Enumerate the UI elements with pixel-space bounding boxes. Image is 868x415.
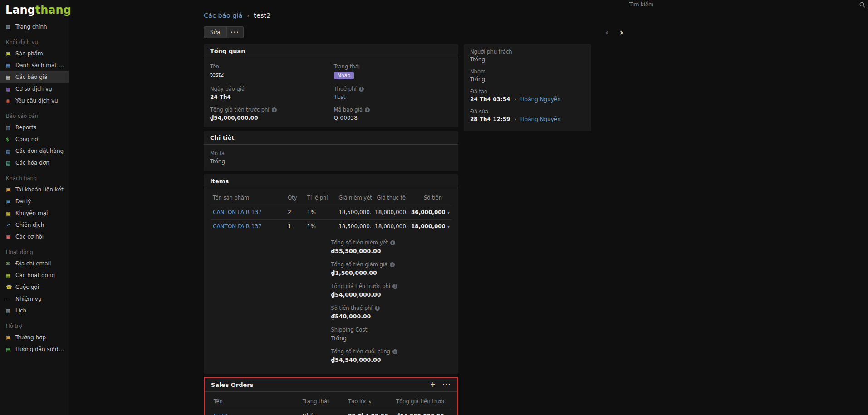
item-qty: 1 [285, 220, 304, 234]
sidebar-entry[interactable]: ▣ Tài khoản liên kết [0, 184, 69, 195]
sidebar-entry[interactable]: ▤ Hướng dẫn sử dụng [0, 343, 69, 355]
item-amount: 36,000,000.00 [408, 205, 445, 220]
sidebar-entry[interactable]: ▣ Sản phẩm [0, 48, 69, 59]
breadcrumb-parent-link[interactable]: Các báo giá [204, 12, 242, 19]
row-actions-icon[interactable]: ▾ [447, 210, 450, 215]
item-list-price: 18,500,000.00 [336, 205, 372, 220]
sidebar-entry[interactable]: ≡ Nhiệm vụ [0, 293, 69, 305]
sidebar-entry[interactable]: ▣ Đại lý [0, 195, 69, 207]
items-table-row: CANTON FAIR 137 2 1% 18,500,000.00 18,00… [210, 205, 452, 220]
sidebar-entry[interactable]: $ Công nợ [0, 133, 69, 145]
sidebar-entry[interactable]: ▤ Các báo giá [0, 71, 69, 83]
column-header-real-price[interactable]: Giá thực tế [372, 190, 408, 205]
sidebar-entry[interactable]: ▥ Reports [0, 122, 69, 133]
sales-order-link[interactable]: test2 [214, 413, 228, 415]
info-icon[interactable]: i [392, 284, 397, 289]
sidebar-entry[interactable]: ▣ Trường hợp [0, 332, 69, 343]
column-header-amount[interactable]: Tổng giá tiền trước p... [393, 394, 444, 409]
sidebar-item-icon: ◉ [6, 98, 15, 104]
product-link[interactable]: CANTON FAIR 137 [213, 209, 262, 215]
sidebar-item-label: Yêu cầu dịch vụ [15, 98, 58, 104]
sidebar-entry[interactable]: ▦ Lịch [0, 305, 69, 317]
field-value: ₫54,000,000.00 [210, 115, 329, 121]
field-value: test2 [210, 72, 329, 78]
sidebar-item-label: Các hóa đơn [15, 160, 49, 166]
app-logo[interactable]: Langthang [0, 1, 69, 21]
sidebar-item-icon: ▦ [6, 308, 15, 314]
info-icon[interactable]: i [375, 306, 380, 311]
info-icon[interactable]: i [392, 349, 397, 354]
row-actions-icon[interactable]: ▾ [447, 224, 450, 229]
panel-title: Sales Orders [211, 381, 253, 388]
sidebar-entry[interactable]: ✉ Địa chỉ email [0, 258, 69, 269]
column-header-qty[interactable]: Qty [285, 190, 304, 205]
panel-more-icon[interactable]: ••• [442, 383, 451, 387]
toolbar: Sửa ••• [204, 26, 639, 38]
sidebar-entry[interactable]: ▣ Các cơ hội [0, 231, 69, 243]
info-icon[interactable]: i [272, 107, 277, 112]
column-header-list-price[interactable]: Giá niêm yết [336, 190, 372, 205]
sidebar-item-icon: ▣ [6, 187, 15, 193]
summary-field: Tổng số tiền giảm giái ₫1,500,000.00 [331, 261, 452, 276]
overview-fields: Tên test2 Trạng thái Nháp Ngày báo giá 2… [204, 58, 458, 127]
summary-field: Số tiền thuế phíi ₫540,000.00 [331, 305, 452, 320]
panel-header: Chi tiết [204, 131, 458, 145]
panel-header: Tổng quan [204, 44, 458, 58]
summary-field: Tổng số tiền cuối cùngi ₫54,540,000.00 [331, 348, 452, 363]
sidebar-entry[interactable]: ▦ Danh sách mặt hàng [0, 59, 69, 71]
item-fee-rate: 1% [304, 205, 336, 220]
column-header-fee-rate[interactable]: Tỉ lệ phí [304, 190, 336, 205]
info-icon[interactable]: i [390, 262, 395, 267]
sidebar-entry[interactable]: ◉ Yêu cầu dịch vụ [0, 95, 69, 107]
column-header-product-name[interactable]: Tên sản phẩm [210, 190, 285, 205]
sales-orders-header-row: Tên Trạng thái Tạo lúc∧ Tổng giá tiền tr… [211, 394, 451, 409]
column-header-amount[interactable]: Số tiền [408, 190, 445, 205]
sidebar-entry[interactable]: ▦ Các hoạt động [0, 269, 69, 281]
next-record-icon[interactable]: › [620, 27, 623, 37]
sidebar-item-label: Danh sách mặt hàng [15, 62, 65, 68]
modified-by-link[interactable]: Hoàng Nguyễn [520, 116, 561, 122]
add-sales-order-icon[interactable]: + [430, 381, 436, 388]
sidebar-entry[interactable]: ▦ Trang chính [0, 21, 69, 33]
search-icon[interactable] [859, 2, 865, 8]
field-quote-date: Ngày báo giá 24 Th4 [210, 82, 329, 103]
sales-orders-panel: Sales Orders + ••• Tên [204, 377, 458, 415]
items-table-row: CANTON FAIR 137 1 1% 18,500,000.00 18,00… [210, 220, 452, 234]
field-label: Ngày báo giá [210, 86, 329, 92]
sidebar-item-label: Khách hàng [6, 175, 37, 181]
previous-record-icon[interactable]: ‹ [605, 27, 609, 37]
column-header-name[interactable]: Tên [211, 394, 300, 409]
sidebar-entry[interactable]: ▩ Khuyến mại [0, 207, 69, 219]
items-table: Tên sản phẩm Qty Tỉ lệ phí Giá niêm yết … [210, 190, 452, 233]
sidebar-entry[interactable]: ☎ Cuộc gọi [0, 281, 69, 293]
product-link[interactable]: CANTON FAIR 137 [213, 223, 262, 229]
sidebar-item-label: Các cơ hội [15, 234, 44, 240]
sidebar-entry[interactable]: ▤ Các đơn đặt hàng [0, 145, 69, 157]
sidebar-entry: Khách hàng [0, 169, 69, 184]
sidebar-entry[interactable]: ↗ Chiến dịch [0, 219, 69, 231]
field-value: Trống [210, 158, 452, 165]
edit-button[interactable]: Sửa [204, 26, 227, 38]
more-actions-button[interactable]: ••• [227, 26, 244, 38]
record-nav: ‹ › [605, 27, 623, 37]
summary-value: ₫54,540,000.00 [331, 356, 452, 363]
main-column: Tổng quan Tên test2 Trạng thái Nháp [204, 44, 458, 415]
sidebar-entry[interactable]: ▤ Các hóa đơn [0, 157, 69, 169]
created-by-link[interactable]: Hoàng Nguyễn [520, 96, 561, 103]
main-area: Các báo giá › test2 Sửa ••• ‹ › Tổng qua… [69, 0, 868, 415]
sidebar-item-icon: ▤ [6, 160, 15, 166]
info-icon[interactable]: i [359, 87, 364, 92]
field-value: Q-00038 [334, 115, 452, 121]
field-label: Mã báo giái [334, 107, 452, 113]
tax-link[interactable]: TEst [334, 94, 346, 100]
search-input[interactable] [629, 1, 857, 8]
sidebar-entry[interactable]: ▦ Cơ sở dịch vụ [0, 83, 69, 95]
summary-field: Tổng số tiền niêm yếti ₫55,500,000.00 [331, 239, 452, 254]
column-header-created[interactable]: Tạo lúc∧ [345, 394, 393, 409]
field-label: Đã sửa [470, 108, 585, 115]
column-header-status[interactable]: Trạng thái [300, 394, 346, 409]
sidebar-item-label: Hoạt động [6, 249, 33, 255]
info-icon[interactable]: i [390, 240, 395, 245]
info-icon[interactable]: i [365, 107, 370, 112]
summary-value: ₫54,000,000.00 [331, 291, 452, 298]
